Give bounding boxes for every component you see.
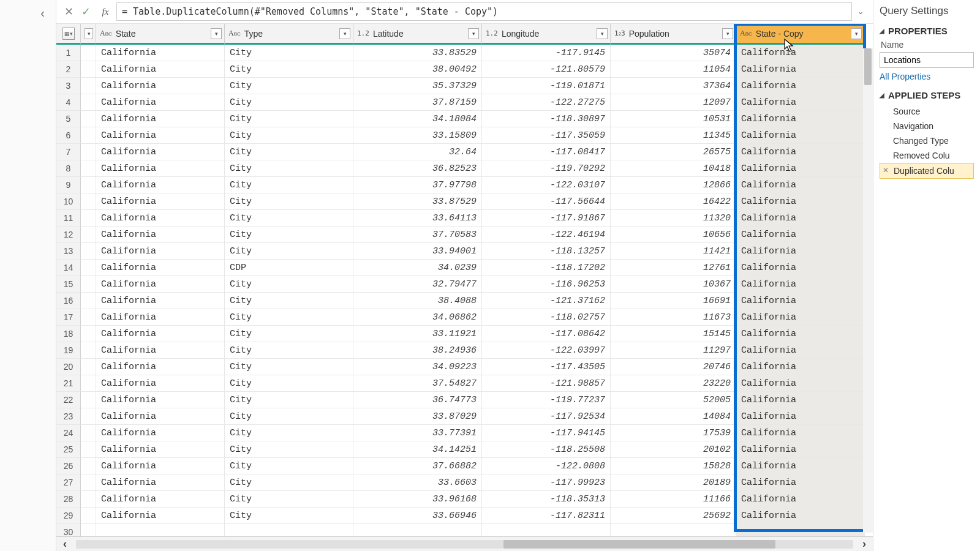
cell-type[interactable]: City — [225, 309, 353, 326]
cell-latitude[interactable]: 37.54827 — [353, 375, 482, 392]
cell-type[interactable]: City — [225, 276, 353, 293]
row-number[interactable]: 19 — [56, 342, 81, 359]
cell-state[interactable]: California — [96, 276, 225, 293]
cell-latitude[interactable]: 32.64 — [353, 144, 482, 160]
cell-state-copy[interactable]: California — [736, 78, 865, 94]
cell-longitude[interactable]: -117.9145 — [482, 45, 611, 61]
cell-state-copy[interactable]: California — [736, 61, 865, 78]
cell-longitude[interactable]: -122.46194 — [482, 227, 611, 243]
cell-type[interactable]: City — [225, 508, 353, 524]
cell-type[interactable]: City — [225, 425, 353, 441]
cell-state[interactable]: California — [96, 342, 225, 359]
cell-type[interactable]: City — [225, 441, 353, 458]
cell-population[interactable]: 11421 — [611, 243, 736, 260]
column-filter-icon[interactable]: ▾ — [211, 28, 222, 39]
cell-type[interactable]: City — [225, 127, 353, 144]
cell-longitude[interactable]: -122.27275 — [482, 94, 611, 111]
cell-state[interactable]: California — [96, 160, 225, 177]
cell-type[interactable]: City — [225, 458, 353, 474]
cell-population[interactable]: 11673 — [611, 309, 736, 326]
cell-state-copy[interactable]: California — [736, 441, 865, 458]
fx-icon[interactable]: fx — [98, 7, 113, 17]
cell-longitude[interactable]: -119.77237 — [482, 392, 611, 408]
cell-population[interactable]: 14084 — [611, 408, 736, 425]
cell-state-copy[interactable]: California — [736, 309, 865, 326]
cell-longitude[interactable]: -118.30897 — [482, 111, 611, 127]
cell-latitude[interactable]: 38.4088 — [353, 293, 482, 309]
cell-longitude[interactable]: -121.98857 — [482, 375, 611, 392]
column-header-type[interactable]: ABCType▾ — [225, 24, 353, 45]
cell-population[interactable]: 11320 — [611, 210, 736, 227]
cell-type[interactable]: City — [225, 78, 353, 94]
cell-state-copy[interactable]: California — [736, 260, 865, 276]
cell-state-copy[interactable]: California — [736, 508, 865, 524]
cell-population[interactable]: 12761 — [611, 260, 736, 276]
cell-state-copy[interactable]: California — [736, 94, 865, 111]
cell-state[interactable]: California — [96, 193, 225, 210]
cell-longitude[interactable]: -122.0808 — [482, 458, 611, 474]
row-number[interactable]: 10 — [56, 193, 81, 210]
cell-state[interactable]: California — [96, 293, 225, 309]
cell-state-copy[interactable]: California — [736, 425, 865, 441]
cell-population[interactable]: 23220 — [611, 375, 736, 392]
row-number[interactable]: 16 — [56, 293, 81, 309]
column-filter-icon[interactable]: ▾ — [597, 28, 608, 39]
cell-population[interactable]: 10418 — [611, 160, 736, 177]
row-number[interactable]: 6 — [56, 127, 81, 144]
vertical-scrollbar[interactable] — [863, 48, 873, 533]
column-filter-icon[interactable]: ▾ — [339, 28, 350, 39]
row-number[interactable]: 4 — [56, 94, 81, 111]
cell-state-copy[interactable]: California — [736, 293, 865, 309]
cell-longitude[interactable]: -117.82311 — [482, 508, 611, 524]
cell-longitude[interactable]: -122.03107 — [482, 177, 611, 193]
cell-longitude[interactable]: -121.37162 — [482, 293, 611, 309]
row-number[interactable]: 28 — [56, 491, 81, 508]
queries-pane-collapsed[interactable]: ‹ — [0, 0, 56, 551]
cell-type[interactable]: City — [225, 144, 353, 160]
cell-latitude[interactable]: 34.09223 — [353, 359, 482, 375]
row-number[interactable]: 5 — [56, 111, 81, 127]
cell-state[interactable]: California — [96, 375, 225, 392]
cell-latitude[interactable]: 34.14251 — [353, 441, 482, 458]
cell-longitude[interactable]: -118.25508 — [482, 441, 611, 458]
cell-state-copy[interactable]: California — [736, 227, 865, 243]
cell-state[interactable]: California — [96, 425, 225, 441]
row-number[interactable]: 7 — [56, 144, 81, 160]
applied-step[interactable]: Removed Colu — [880, 148, 974, 163]
cell-state-copy[interactable]: California — [736, 342, 865, 359]
cell-longitude[interactable]: -117.08642 — [482, 326, 611, 342]
cell-population[interactable]: 10531 — [611, 111, 736, 127]
cell-state[interactable]: California — [96, 392, 225, 408]
cell-state[interactable]: California — [96, 78, 225, 94]
row-number[interactable]: 12 — [56, 227, 81, 243]
row-number[interactable]: 23 — [56, 408, 81, 425]
cell-state-copy[interactable]: California — [736, 160, 865, 177]
cell-longitude[interactable]: -118.13257 — [482, 243, 611, 260]
cell-population[interactable]: 35074 — [611, 45, 736, 61]
cell-type[interactable]: City — [225, 61, 353, 78]
column-header-population[interactable]: 123Population▾ — [611, 24, 736, 45]
cell-type[interactable]: City — [225, 243, 353, 260]
cell-population[interactable]: 26575 — [611, 144, 736, 160]
row-number[interactable]: 1 — [56, 45, 81, 61]
cell-longitude[interactable]: -117.92534 — [482, 408, 611, 425]
cell-state[interactable]: California — [96, 111, 225, 127]
cell-latitude[interactable]: 33.6603 — [353, 474, 482, 491]
cell-longitude[interactable]: -117.56644 — [482, 193, 611, 210]
cell-state-copy[interactable]: California — [736, 276, 865, 293]
row-number[interactable]: 20 — [56, 359, 81, 375]
cell-type[interactable]: City — [225, 474, 353, 491]
row-number[interactable]: 14 — [56, 260, 81, 276]
cell-type[interactable]: City — [225, 359, 353, 375]
cell-state[interactable]: California — [96, 408, 225, 425]
cell-type[interactable]: City — [225, 193, 353, 210]
cell-type[interactable]: City — [225, 160, 353, 177]
cell-longitude[interactable]: -117.99923 — [482, 474, 611, 491]
cell-state-copy[interactable]: California — [736, 491, 865, 508]
cell-state[interactable]: California — [96, 359, 225, 375]
cell-state[interactable]: California — [96, 61, 225, 78]
cell-population[interactable]: 16691 — [611, 293, 736, 309]
row-number[interactable]: 15 — [56, 276, 81, 293]
cell-latitude[interactable]: 34.06862 — [353, 309, 482, 326]
cell-population[interactable]: 11297 — [611, 342, 736, 359]
